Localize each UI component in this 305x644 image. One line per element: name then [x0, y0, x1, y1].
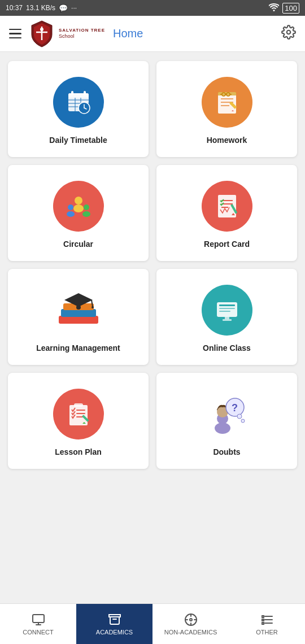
doubts-icon: ?	[202, 389, 252, 440]
svg-rect-69	[33, 615, 44, 623]
svg-rect-52	[219, 311, 230, 312]
doubts-label: Doubts	[213, 447, 240, 456]
nav-academics[interactable]: ACADEMICS	[76, 604, 152, 644]
svg-point-31	[68, 204, 73, 210]
svg-rect-51	[219, 308, 235, 309]
logo-area: SALVATION TREE School	[29, 20, 105, 48]
bottom-nav: CONNECT ACADEMICS NON-ACADEMICS OTHER	[0, 603, 305, 644]
card-report-card[interactable]: Report Card	[156, 165, 297, 261]
settings-button[interactable]	[281, 25, 296, 43]
nav-connect-label: CONNECT	[23, 629, 53, 636]
svg-text:?: ?	[232, 402, 238, 414]
battery-icon: 100	[282, 3, 299, 14]
lesson-plan-icon	[53, 389, 104, 440]
nav-connect[interactable]: CONNECT	[0, 604, 76, 644]
svg-rect-12	[84, 91, 86, 95]
status-left: 10:37 13.1 KB/s 💬 ···	[6, 4, 77, 12]
nav-other[interactable]: OTHER	[229, 604, 305, 644]
learning-management-icon	[53, 285, 104, 336]
nav-non-academics[interactable]: NON-ACADEMICS	[152, 604, 229, 644]
report-card-icon	[202, 181, 252, 232]
svg-rect-75	[262, 616, 264, 617]
svg-rect-54	[223, 319, 232, 321]
online-class-icon	[202, 285, 252, 336]
homework-label: Homework	[207, 136, 247, 145]
lesson-plan-label: Lesson Plan	[55, 447, 101, 456]
whatsapp-icon: 💬	[59, 4, 68, 12]
svg-point-68	[241, 419, 245, 423]
svg-point-32	[67, 211, 75, 217]
nav-non-academics-label: NON-ACADEMICS	[164, 629, 217, 636]
svg-point-48	[91, 306, 94, 308]
nav-other-label: OTHER	[256, 629, 278, 636]
card-daily-timetable[interactable]: Daily Timetable	[8, 61, 149, 157]
svg-rect-41	[59, 316, 98, 324]
hamburger-menu[interactable]	[9, 29, 21, 39]
more-icon: ···	[71, 4, 77, 12]
status-right: 100	[269, 3, 299, 14]
daily-timetable-icon	[53, 77, 104, 128]
svg-rect-50	[219, 304, 235, 306]
status-time: 10:37	[6, 4, 23, 12]
svg-rect-11	[71, 91, 73, 95]
daily-timetable-label: Daily Timetable	[49, 136, 107, 145]
svg-point-34	[82, 211, 90, 217]
card-circular[interactable]: Circular	[8, 165, 149, 261]
circular-label: Circular	[63, 240, 93, 249]
svg-rect-49	[217, 302, 237, 317]
nav-academics-label: ACADEMICS	[96, 629, 133, 636]
card-homework[interactable]: Homework	[156, 61, 297, 157]
report-card-label: Report Card	[204, 240, 250, 249]
status-data-speed: 13.1 KB/s	[26, 4, 55, 12]
svg-point-63	[215, 423, 230, 434]
wifi-icon	[269, 3, 279, 13]
svg-point-2	[40, 28, 43, 31]
card-doubts[interactable]: ? Doubts	[156, 373, 297, 469]
svg-point-33	[84, 204, 89, 210]
page-title: Home	[113, 27, 143, 40]
school-name-line2: School	[59, 33, 105, 40]
homework-icon	[202, 77, 252, 128]
svg-rect-76	[262, 619, 264, 621]
svg-rect-53	[225, 317, 229, 319]
svg-rect-56	[74, 403, 83, 407]
cards-grid: Daily Timetable Homework	[0, 52, 305, 478]
svg-rect-77	[262, 623, 264, 624]
svg-rect-57	[76, 410, 85, 411]
circular-icon	[53, 181, 104, 232]
svg-rect-59	[76, 416, 83, 417]
nav-left: SALVATION TREE School Home	[9, 20, 143, 48]
status-bar: 10:37 13.1 KB/s 💬 ··· 100	[0, 0, 305, 16]
card-lesson-plan[interactable]: Lesson Plan	[8, 373, 149, 469]
svg-point-46	[76, 305, 81, 310]
school-logo	[29, 20, 54, 48]
school-name-block: SALVATION TREE School	[59, 28, 105, 39]
svg-rect-55	[69, 405, 88, 425]
svg-point-67	[237, 414, 242, 419]
school-name-line1: SALVATION TREE	[59, 28, 105, 33]
svg-point-30	[73, 204, 84, 212]
svg-rect-58	[76, 413, 85, 414]
card-online-class[interactable]: Online Class	[156, 269, 297, 365]
svg-rect-42	[61, 309, 96, 317]
svg-point-71	[190, 619, 192, 621]
learning-management-label: Learning Management	[36, 343, 120, 353]
online-class-label: Online Class	[203, 343, 251, 353]
svg-point-3	[287, 30, 291, 34]
svg-point-29	[75, 197, 82, 204]
top-nav: SALVATION TREE School Home	[0, 16, 305, 52]
card-learning-management[interactable]: Learning Management	[8, 269, 149, 365]
